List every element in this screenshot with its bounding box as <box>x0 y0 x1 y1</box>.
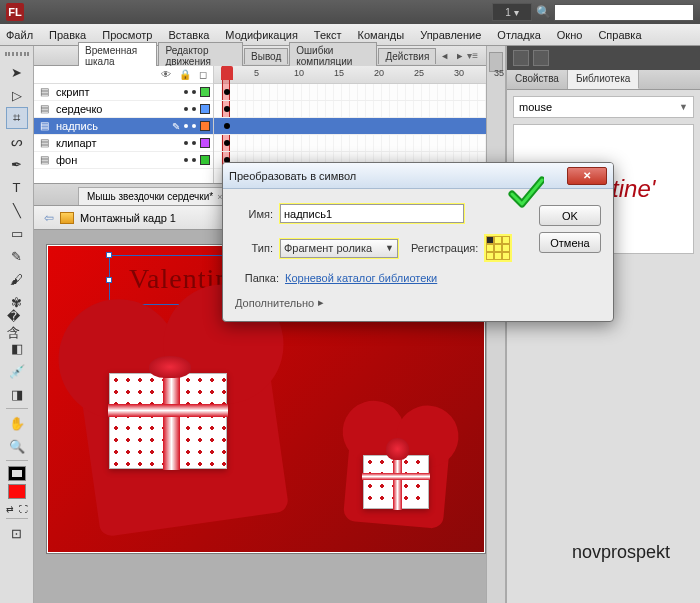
gift-box-small <box>363 455 429 509</box>
eraser-tool-icon[interactable]: ◨ <box>6 383 28 405</box>
panel-icon[interactable] <box>513 50 529 66</box>
layer-icon: ▤ <box>40 86 52 98</box>
scene-name[interactable]: Монтажный кадр 1 <box>80 212 176 224</box>
tools-panel: ➤ ▷ ⌗ ᔕ ✒ T ╲ ▭ ✎ 🖌 ✾ �含 ◧ 💉 ◨ ✋ 🔍 ⇄ ⛶ ⊡ <box>0 46 34 603</box>
panel-grabber[interactable] <box>5 52 29 56</box>
advanced-toggle[interactable]: Дополнительно▸ <box>235 296 601 309</box>
stroke-color-swatch[interactable] <box>8 466 26 481</box>
hand-tool-icon[interactable]: ✋ <box>6 412 28 434</box>
menu-view[interactable]: Просмотр <box>102 29 152 41</box>
layer-name: фон <box>56 154 184 166</box>
app-logo: FL <box>6 3 24 21</box>
no-color-icon[interactable]: ⛶ <box>18 503 30 515</box>
layer-icon: ▤ <box>40 154 52 166</box>
layer-row[interactable]: ▤скрипт <box>34 84 213 101</box>
menu-commands[interactable]: Команды <box>358 29 405 41</box>
eyedropper-tool-icon[interactable]: 💉 <box>6 360 28 382</box>
tab-compile-errors[interactable]: Ошибки компиляции <box>289 42 377 69</box>
tab-timeline[interactable]: Временная шкала <box>78 42 157 69</box>
frames-ruler: 1 5 10 15 20 25 30 35 <box>214 66 486 84</box>
menu-debug[interactable]: Отладка <box>497 29 540 41</box>
tab-actions[interactable]: Действия <box>378 48 436 64</box>
fill-color-swatch[interactable] <box>8 484 26 499</box>
pen-tool-icon[interactable]: ✒ <box>6 153 28 175</box>
tab-library[interactable]: Библиотека <box>568 70 639 89</box>
dropdown-arrow-icon: ▼ <box>385 243 394 253</box>
expand-arrow-icon: ▸ <box>318 296 324 309</box>
name-label: Имя: <box>235 208 273 220</box>
lasso-tool-icon[interactable]: ᔕ <box>6 130 28 152</box>
gift-box-large <box>109 373 227 469</box>
subselection-tool-icon[interactable]: ▷ <box>6 84 28 106</box>
brush-tool-icon[interactable]: 🖌 <box>6 268 28 290</box>
symbol-name-input[interactable] <box>280 204 464 223</box>
annotation-checkmark-icon <box>508 174 544 210</box>
outline-column-icon[interactable]: ◻ <box>199 69 207 80</box>
menu-modify[interactable]: Модификация <box>225 29 298 41</box>
line-tool-icon[interactable]: ╲ <box>6 199 28 221</box>
back-arrow-icon[interactable]: ⇦ <box>44 211 54 225</box>
layer-icon: ▤ <box>40 103 52 115</box>
layer-name: надпись <box>56 120 172 132</box>
layer-name: скрипт <box>56 86 184 98</box>
panel-menu-icon[interactable]: ▾≡ <box>467 50 478 61</box>
swap-colors-icon[interactable]: ⇄ <box>4 503 16 515</box>
layer-icon: ▤ <box>40 137 52 149</box>
tab-output[interactable]: Вывод <box>244 48 288 64</box>
rectangle-tool-icon[interactable]: ▭ <box>6 222 28 244</box>
document-tab-label: Мышь звездочки сердечки* <box>87 191 213 202</box>
layer-row[interactable]: ▤клипарт <box>34 135 213 152</box>
registration-grid[interactable] <box>484 234 512 262</box>
folder-label: Папка: <box>235 272 279 284</box>
dialog-titlebar[interactable]: Преобразовать в символ ✕ <box>223 163 613 189</box>
menu-window[interactable]: Окно <box>557 29 583 41</box>
paint-bucket-tool-icon[interactable]: ◧ <box>6 337 28 359</box>
pencil-tool-icon[interactable]: ✎ <box>6 245 28 267</box>
menu-edit[interactable]: Правка <box>49 29 86 41</box>
tabs-scroll-right-icon[interactable]: ► <box>455 51 464 61</box>
layers-column: 👁 🔒 ◻ ▤скрипт ▤сердечко ▤надпись✎ ▤клипа… <box>34 66 214 183</box>
registration-label: Регистрация: <box>411 242 478 254</box>
layer-row[interactable]: ▤сердечко <box>34 101 213 118</box>
bone-tool-icon[interactable]: �含 <box>6 314 28 336</box>
collapsed-panel-rail[interactable] <box>486 46 506 603</box>
symbol-type-select[interactable]: Фрагмент ролика▼ <box>280 239 398 258</box>
search-icon: 🔍 <box>536 5 550 19</box>
library-document-select[interactable]: mouse ▼ <box>513 96 694 118</box>
menu-text[interactable]: Текст <box>314 29 342 41</box>
layer-row[interactable]: ▤фон <box>34 152 213 169</box>
help-search-input[interactable] <box>554 4 694 21</box>
menu-help[interactable]: Справка <box>598 29 641 41</box>
pencil-active-icon: ✎ <box>172 121 180 132</box>
close-button[interactable]: ✕ <box>567 167 607 185</box>
timeline-tabs-row: Временная шкала Редактор движения Вывод … <box>34 46 486 66</box>
workspace-switcher[interactable]: 1 ▾ <box>492 3 532 21</box>
tabs-scroll-left-icon[interactable]: ◄ <box>440 51 449 61</box>
free-transform-tool-icon[interactable]: ⌗ <box>6 107 28 129</box>
menu-insert[interactable]: Вставка <box>168 29 209 41</box>
scene-icon <box>60 212 74 224</box>
right-panels: Свойства Библиотека mouse ▼ Valentine' n… <box>506 46 700 603</box>
watermark-text: novprospekt <box>572 542 670 563</box>
type-label: Тип: <box>235 242 273 254</box>
document-tab[interactable]: Мышь звездочки сердечки* × <box>78 187 231 205</box>
snap-option-icon[interactable]: ⊡ <box>6 522 28 544</box>
menu-file[interactable]: Файл <box>6 29 33 41</box>
library-document-name: mouse <box>519 101 552 113</box>
cancel-button[interactable]: Отмена <box>539 232 601 253</box>
ok-button[interactable]: OK <box>539 205 601 226</box>
zoom-tool-icon[interactable]: 🔍 <box>6 435 28 457</box>
layer-row-selected[interactable]: ▤надпись✎ <box>34 118 213 135</box>
panel-icon[interactable] <box>533 50 549 66</box>
layer-icon: ▤ <box>40 120 52 132</box>
tab-properties[interactable]: Свойства <box>507 70 568 89</box>
selection-tool-icon[interactable]: ➤ <box>6 61 28 83</box>
menu-control[interactable]: Управление <box>420 29 481 41</box>
convert-to-symbol-dialog: Преобразовать в символ ✕ Имя: Тип: Фрагм… <box>222 162 614 322</box>
layer-name: клипарт <box>56 137 184 149</box>
visibility-column-icon[interactable]: 👁 <box>161 69 171 80</box>
tab-motion-editor[interactable]: Редактор движения <box>158 42 243 69</box>
folder-link[interactable]: Корневой каталог библиотеки <box>285 272 437 284</box>
text-tool-icon[interactable]: T <box>6 176 28 198</box>
lock-column-icon[interactable]: 🔒 <box>179 69 191 80</box>
